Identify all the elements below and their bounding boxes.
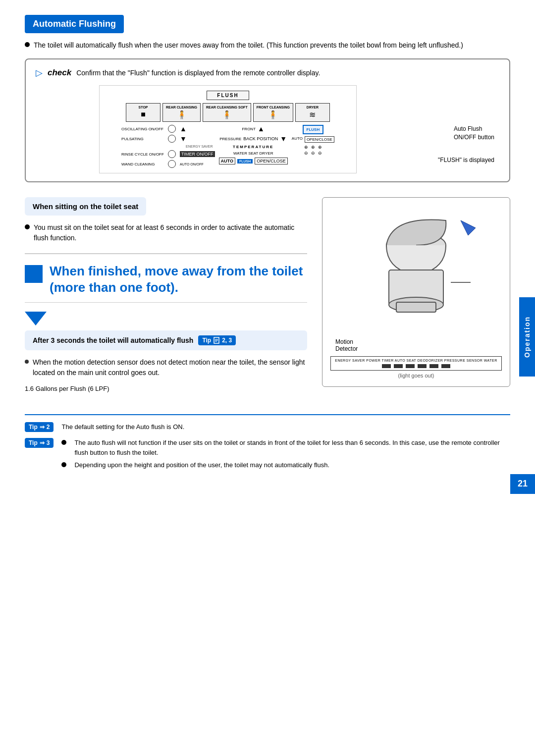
page-number: 21: [510, 474, 535, 494]
tip-row-3: Tip ⇒ 3 The auto flush will not function…: [25, 438, 510, 473]
dryer-button: DRYER ≋: [295, 103, 330, 122]
sitting-bullet-icon: [25, 224, 30, 229]
auto-flush-annotation: Auto Flush ON/OFF button: [454, 125, 494, 142]
svg-marker-9: [461, 220, 476, 235]
tip-text-3: The auto flush will not function if the …: [61, 438, 510, 473]
svg-rect-7: [396, 302, 436, 312]
notepad-icon: [213, 337, 220, 344]
tip-3-bullet-1: The auto flush will not function if the …: [61, 438, 510, 457]
tips-section: Tip ⇒ 2 The default setting for the Auto…: [25, 414, 510, 473]
remote-controls: OSCILLATING ON/OFF ▲ PULSATING ▼ ENERGY …: [105, 125, 351, 168]
lower-left: When sitting on the toilet seat You must…: [25, 197, 307, 399]
tip-numbers-after: 2, 3: [222, 337, 232, 344]
motion-text: When the motion detection sensor does no…: [33, 357, 307, 378]
section-title: Automatic Flushing: [25, 15, 124, 33]
left-controls: OSCILLATING ON/OFF ▲ PULSATING ▼ ENERGY …: [121, 125, 215, 168]
light-dot-6: [441, 364, 450, 368]
tip-badge-2: Tip ⇒ 2: [25, 422, 54, 432]
bullet-icon: [25, 42, 30, 47]
middle-controls: FRONT ▲ PRESSURE BACK POSITION ▼ TEMPERA…: [219, 125, 288, 168]
toilet-svg: [330, 206, 502, 334]
sitting-box: When sitting on the toilet seat: [25, 197, 146, 216]
motion-bullet-icon: [25, 360, 29, 364]
big-heading: When finished, move away from the toilet…: [25, 263, 307, 303]
heading-icon: [25, 265, 43, 283]
tip-badge-after: Tip 2, 3: [198, 335, 236, 345]
heading-text: When finished, move away from the toilet…: [50, 263, 307, 295]
light-dot-4: [418, 364, 427, 368]
remote-buttons-row: STOP ■ REAR CLEANSING 🧍 REAR CLEANSING S…: [105, 103, 351, 122]
tip-row-2: Tip ⇒ 2 The default setting for the Auto…: [25, 422, 510, 432]
check-arrow-icon: ▷: [36, 67, 43, 78]
light-dot-5: [429, 364, 438, 368]
toilet-illustration: [342, 206, 490, 334]
light-dot-3: [406, 364, 415, 368]
light-goes-out-text: (light goes out): [398, 373, 434, 378]
motion-label: Motion: [335, 338, 358, 345]
gallons-text: 1.6 Gallons per Flush (6 LPF): [25, 385, 307, 392]
motion-detector-label: Motion Detector: [335, 338, 358, 352]
intro-text: The toilet will automatically flush when…: [34, 40, 463, 51]
operation-sidebar: Operation: [519, 297, 535, 377]
lower-section: When sitting on the toilet seat You must…: [25, 197, 510, 399]
lower-right: Motion Detector ENERGY SAVER POWER TIMER…: [322, 197, 510, 399]
front-cleansing-button: FRONT CLEANSING 🧍: [253, 103, 293, 122]
light-dot-2: [394, 364, 403, 368]
light-dot-1: [382, 364, 391, 368]
flush-displayed-annotation: "FLUSH" is displayed: [438, 157, 494, 163]
tip-3-bullet-2: Depending upon the height and position o…: [61, 460, 510, 470]
right-controls: FLUSH AUTO OPEN/CLOSE ⊕⊕⊕ ⊖⊖⊖: [292, 125, 334, 168]
sitting-text: You must sit on the toilet seat for at l…: [34, 222, 307, 243]
detector-label: Detector: [335, 345, 358, 352]
rear-cleansing-soft-button: REAR CLEANSING SOFT 🧍: [203, 103, 251, 122]
tip-badge-3: Tip ⇒ 3: [25, 438, 54, 448]
check-description: Confirm that the "Flush" function is dis…: [76, 69, 320, 77]
toilet-diagram: Motion Detector ENERGY SAVER POWER TIMER…: [322, 197, 510, 387]
control-panel-diagram: ENERGY SAVER POWER TIMER AUTO SEAT DEODO…: [330, 356, 502, 371]
tip-text-2: The default setting for the Auto flush i…: [61, 422, 184, 432]
check-word: check: [48, 68, 71, 78]
rear-cleansing-button: REAR CLEANSING 🧍: [162, 103, 201, 122]
after-box: After 3 seconds the toilet will automati…: [25, 330, 307, 350]
stop-button: STOP ■: [126, 103, 160, 122]
after-text: After 3 seconds the toilet will automati…: [33, 336, 193, 344]
remote-display: FLUSH: [207, 91, 249, 100]
remote-diagram: FLUSH STOP ■ REAR CLEANSING 🧍 REAR CLEAN…: [99, 85, 357, 173]
check-section: ▷ check Confirm that the "Flush" functio…: [25, 58, 510, 182]
arrow-down-icon: [25, 312, 47, 325]
